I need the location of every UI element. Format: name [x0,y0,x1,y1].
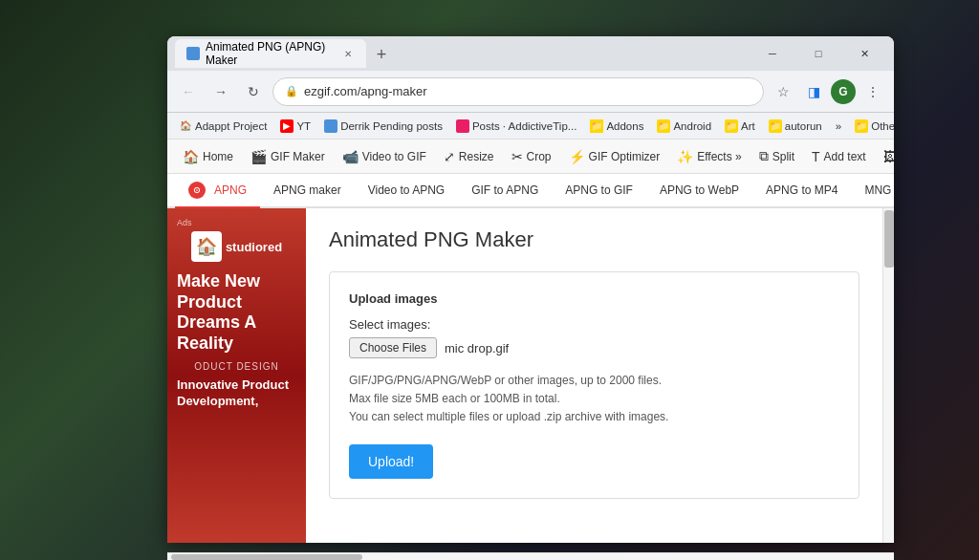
bookmark-label: Addons [606,120,643,132]
sub-nav-label: APNG to GIF [565,183,633,197]
minimize-button[interactable]: ─ [751,40,794,67]
sub-nav-label: APNG maker [273,183,341,197]
bookmark-other[interactable]: 📁 Other bookmarks [849,116,894,137]
bookmark-addons[interactable]: 📁 Addons [584,116,649,137]
tab-favicon [186,47,200,60]
active-tab[interactable]: Animated PNG (APNG) Maker ✕ [175,39,366,68]
video-icon: 📹 [342,149,359,164]
select-label: Select images: [349,317,839,332]
bookmarks-bar: 🏠 Adappt Project ▶ YT Derrik Pending pos… [167,113,894,140]
folder-icon: 📁 [590,119,603,133]
text-icon: T [812,149,820,164]
reload-button[interactable]: ↻ [240,78,267,105]
tab-close-btn[interactable]: ✕ [342,46,355,61]
site-nav-addtext[interactable]: T Add text [804,145,874,168]
bookmark-autorun[interactable]: 📁 autorun [763,116,828,137]
sub-nav-label: APNG to WebP [660,183,739,197]
site-nav-videotogif[interactable]: 📹 Video to GIF [335,145,434,168]
site-nav-label: Resize [459,150,494,163]
site-nav-label: Add text [824,150,866,163]
folder-icon: 📁 [657,119,670,133]
upload-section-title: Upload images [349,291,839,306]
h-scrollbar-thumb[interactable] [171,554,362,560]
url-text: ezgif.com/apng-maker [304,84,751,98]
bookmark-android[interactable]: 📁 Android [651,116,717,137]
site-nav-split[interactable]: ⧉ Split [751,144,802,168]
site-nav-label: Effects » [697,150,741,163]
file-input-row: Choose Files mic drop.gif [349,337,839,358]
bookmark-yt[interactable]: ▶ YT [274,116,316,137]
content-area: Ads 🏠 studiored Make New Product Dreams … [167,208,894,543]
site-nav-crop[interactable]: ✂ Crop [504,145,559,168]
crop-icon: ✂ [511,149,523,164]
ad-headline: Make New Product Dreams A Reality [177,271,296,354]
bookmark-star-icon[interactable]: ☆ [770,78,796,105]
upload-button[interactable]: Upload! [349,444,433,479]
sub-nav-label: MNG to APNG [864,183,894,197]
tabs-bar: Animated PNG (APNG) Maker ✕ + [175,39,747,68]
hint-line-2: Max file size 5MB each or 100MB in total… [349,390,839,408]
ad-sub-label: ODUCT DESIGN [194,361,279,372]
sub-nav-videotoapng[interactable]: Video to APNG [355,176,459,206]
scrollbar-thumb[interactable] [884,210,894,268]
effects-icon: ✨ [677,149,693,164]
sub-nav-giftoapng[interactable]: GIF to APNG [458,176,552,206]
bookmark-derrik[interactable]: Derrik Pending posts [318,116,448,137]
site-nav-label: Crop [527,150,552,163]
posts-icon [456,119,469,133]
site-nav-effects[interactable]: ✨ Effects » [669,145,749,168]
sub-nav-apngmaker[interactable]: APNG maker [260,176,355,206]
site-nav-label: GIF Maker [271,150,325,163]
sub-nav-apng[interactable]: ⊙ APNG [175,174,260,208]
address-input[interactable]: 🔒 ezgif.com/apng-maker [272,77,764,106]
youtube-icon: ▶ [280,119,294,133]
edge-icon[interactable]: ◨ [800,78,827,105]
ad-logo-text: studiored [226,240,282,254]
optimizer-icon: ⚡ [569,149,585,164]
ad-logo: 🏠 studiored [191,231,282,262]
bookmark-posts[interactable]: Posts · AddictiveTip... [450,116,583,137]
site-nav-gifmaker[interactable]: 🎬 GIF Maker [243,145,333,168]
ad-sidebar: Ads 🏠 studiored Make New Product Dreams … [167,208,306,543]
hint-line-1: GIF/JPG/PNG/APNG/WebP or other images, u… [349,372,839,390]
sub-nav-apngtomp4[interactable]: APNG to MP4 [752,176,851,206]
menu-icon[interactable]: ⋮ [859,78,886,105]
ad-logo-icon: 🏠 [191,231,222,262]
forward-button[interactable]: → [207,78,234,105]
folder-icon: 📁 [769,119,782,133]
site-nav-label: GIF Optimizer [589,150,661,163]
maximize-button[interactable]: □ [796,40,840,67]
choose-files-button[interactable]: Choose Files [349,337,437,358]
sub-nav-label: Video to APNG [368,183,446,197]
bookmark-label: Android [673,120,711,132]
profile-button[interactable]: G [831,79,856,104]
horizontal-scrollbar [167,552,894,560]
sub-nav-apngtowebp[interactable]: APNG to WebP [646,176,752,206]
site-nav-label: Home [203,150,233,163]
site-nav-resize[interactable]: ⤢ Resize [436,145,502,168]
sub-nav-label: APNG to MP4 [766,183,838,197]
folder-icon: 📁 [855,119,868,133]
new-tab-button[interactable]: + [368,41,395,68]
sub-nav-apngtogif[interactable]: APNG to GIF [552,176,646,206]
browser-window: Animated PNG (APNG) Maker ✕ + ─ □ ✕ ← → … [167,36,894,543]
lock-icon: 🔒 [285,85,298,97]
back-button[interactable]: ← [175,78,202,105]
site-nav-webp[interactable]: 🖼 WebP [876,145,894,168]
window-controls: ─ □ ✕ [751,40,886,67]
upload-hints: GIF/JPG/PNG/APNG/WebP or other images, u… [349,372,839,427]
sub-nav-mngtoapng[interactable]: MNG to APNG [851,176,894,206]
bookmark-art[interactable]: 📁 Art [719,116,761,137]
bookmark-label: Posts · AddictiveTip... [472,120,577,132]
bookmark-more[interactable]: » [830,116,847,137]
site-nav-home[interactable]: 🏠 Home [175,145,241,168]
ad-body: Innovative Product Development, [177,377,296,410]
bookmark-adappt[interactable]: 🏠 Adappt Project [173,116,272,137]
more-label: » [836,120,841,132]
close-button[interactable]: ✕ [842,40,886,67]
site-nav-optimizer[interactable]: ⚡ GIF Optimizer [561,145,668,168]
toolbar-icons: ☆ ◨ G ⋮ [770,78,886,105]
address-bar: ← → ↻ 🔒 ezgif.com/apng-maker ☆ ◨ G ⋮ [167,71,894,113]
sub-nav-label: GIF to APNG [471,183,538,197]
bookmark-label: YT [296,120,311,132]
